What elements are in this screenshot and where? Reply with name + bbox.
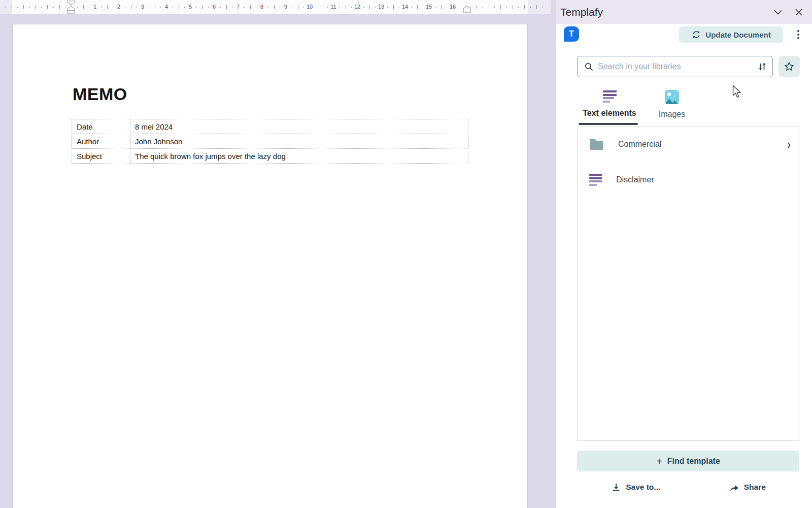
ruler-tick-dot	[435, 7, 435, 8]
ruler-number: 10	[304, 4, 315, 10]
tab-text-elements[interactable]: Text elements	[577, 90, 642, 118]
document-page[interactable]: MEMO Date 8 mei 2024 Author John Johnson…	[12, 24, 528, 508]
table-cell-label[interactable]: Author	[72, 134, 130, 149]
table-cell-value[interactable]: John Johnson	[130, 134, 468, 149]
ruler-tick	[322, 5, 322, 9]
ruler-tick	[369, 5, 370, 9]
ruler-tick-dot	[6, 7, 6, 8]
ruler-tick	[393, 5, 394, 9]
search-input[interactable]	[598, 62, 754, 71]
folder-icon	[589, 138, 604, 150]
ruler-tick	[477, 5, 477, 9]
ruler-tick	[513, 5, 513, 9]
ruler-tick	[179, 5, 179, 9]
ruler-tick-dot	[530, 7, 531, 8]
right-indent-marker[interactable]	[463, 6, 471, 14]
horizontal-ruler[interactable]: 12345678910111213141516	[0, 0, 551, 14]
ruler-tick	[489, 5, 489, 9]
ruler-number: 15	[424, 4, 434, 10]
ruler-tick-dot	[53, 7, 54, 8]
ruler-tick	[274, 5, 275, 9]
ruler-number: 14	[400, 4, 410, 10]
hanging-indent-marker[interactable]	[67, 6, 75, 14]
save-to-label: Save to...	[626, 483, 660, 492]
ruler-tick-dot	[363, 7, 364, 8]
ruler-tick-dot	[292, 7, 292, 8]
ruler-tick-dot	[268, 7, 268, 8]
table-row: Author John Johnson	[72, 134, 468, 149]
ruler-tick-dot	[411, 7, 412, 8]
share-button[interactable]: Share	[695, 474, 799, 500]
favorites-button[interactable]	[779, 56, 800, 77]
table-cell-value[interactable]: 8 mei 2024	[130, 119, 468, 134]
panel-title: Templafy	[560, 0, 603, 24]
ruler-tick-dot	[173, 7, 173, 8]
list-item-commercial[interactable]: Commercial ›	[578, 126, 799, 162]
table-cell-value[interactable]: The quick brown fox jumps over the lazy …	[130, 149, 468, 164]
ruler-tick	[131, 5, 131, 9]
ruler-tick-dot	[340, 7, 340, 8]
text-lines-icon	[603, 90, 617, 103]
ruler-tick	[536, 5, 537, 9]
ruler-tick-dot	[316, 7, 316, 8]
chevron-down-icon	[774, 10, 782, 15]
ruler-tick-dot	[459, 7, 459, 8]
ruler-tick	[12, 5, 12, 9]
memo-table: Date 8 mei 2024 Author John Johnson Subj…	[72, 119, 468, 164]
ruler-tick-dot	[196, 7, 197, 8]
search-icon	[585, 62, 593, 71]
ruler-number: 6	[209, 4, 219, 10]
close-pane-button[interactable]	[792, 6, 805, 19]
ruler-number: 12	[352, 4, 362, 10]
ruler-tick	[441, 5, 442, 9]
ruler-tick	[500, 5, 501, 9]
tab-images[interactable]: Images	[656, 90, 688, 119]
first-line-indent-marker[interactable]	[67, 0, 75, 5]
table-cell-label[interactable]: Subject	[72, 149, 130, 164]
save-to-button[interactable]: Save to...	[577, 474, 695, 500]
ruler-number: 16	[448, 4, 458, 10]
ruler-number: 9	[281, 4, 291, 10]
ruler-tick	[47, 5, 48, 9]
ruler-tick-dot	[125, 7, 125, 8]
find-template-button[interactable]: + Find template	[577, 451, 799, 471]
ruler-number: 2	[114, 4, 124, 10]
ruler-tick	[83, 5, 84, 9]
ruler-tick	[250, 5, 251, 9]
ruler-tick-dot	[149, 7, 149, 8]
table-cell-label[interactable]: Date	[72, 119, 130, 134]
update-document-button[interactable]: Update Document	[679, 26, 783, 43]
ruler-number: 5	[185, 4, 195, 10]
ruler-tick-dot	[483, 7, 483, 8]
templafy-logo-icon: T	[564, 26, 579, 42]
collapse-pane-button[interactable]	[771, 6, 785, 19]
ruler-tick	[23, 5, 24, 9]
ruler-tick-dot	[29, 7, 30, 8]
tab-images-label: Images	[656, 110, 688, 119]
ruler-tick-dot	[518, 7, 519, 8]
ruler-tick-dot	[101, 7, 101, 8]
find-template-label: Find template	[667, 457, 720, 466]
table-row: Subject The quick brown fox jumps over t…	[72, 149, 468, 164]
ruler-tick	[524, 5, 525, 9]
ruler-number: 1	[90, 4, 100, 10]
panel-footer: Save to... Share	[577, 474, 799, 500]
document-title[interactable]: MEMO	[73, 84, 127, 104]
templafy-panel: Templafy T Update Document	[556, 0, 812, 508]
list-item-label: Disclaimer	[616, 175, 791, 184]
ruler-tick	[226, 5, 227, 9]
more-options-button[interactable]	[793, 28, 804, 41]
ruler-number: 11	[328, 4, 339, 10]
ruler-tick	[298, 5, 298, 9]
ruler-tick-dot	[387, 7, 388, 8]
close-icon	[795, 9, 802, 16]
filter-sort-icon[interactable]	[758, 62, 766, 71]
ruler-tick-dot	[41, 7, 42, 8]
active-tab-underline	[579, 123, 638, 125]
text-element-icon	[589, 174, 602, 186]
list-item-disclaimer[interactable]: Disclaimer	[578, 162, 799, 198]
ruler-tick-dot	[542, 7, 543, 8]
ruler-number: 7	[233, 4, 243, 10]
ruler-tick-dot	[65, 7, 65, 8]
ruler-tick-dot	[220, 7, 221, 8]
